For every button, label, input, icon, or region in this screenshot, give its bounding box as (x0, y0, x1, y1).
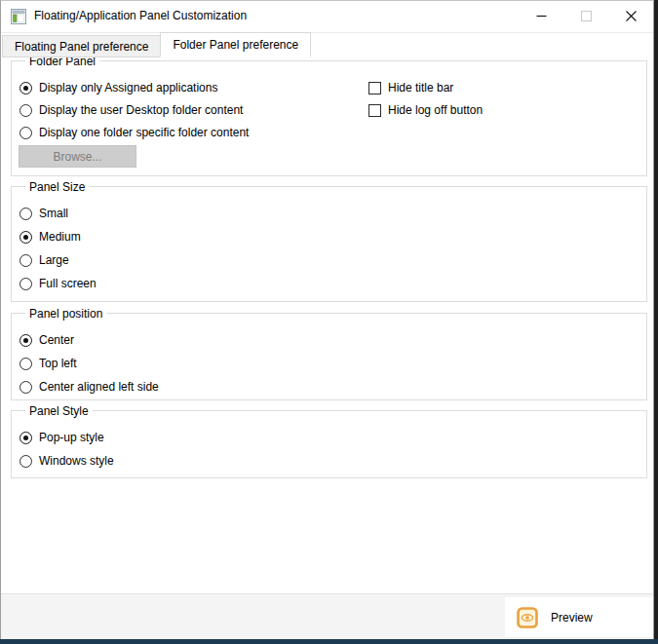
radio-position-top-left[interactable]: Top left (19, 356, 77, 371)
group-panel-style: Panel Style Pop-up style Windows style (11, 410, 647, 478)
radio-label: Small (39, 207, 68, 220)
radio-style-windows[interactable]: Windows style (19, 453, 114, 469)
radio-size-full-screen[interactable]: Full screen (19, 276, 97, 291)
radio-label: Large (39, 253, 69, 267)
radio-position-center[interactable]: Center (19, 332, 74, 348)
desktop-backdrop-right (654, 0, 658, 639)
preview-label: Preview (551, 611, 593, 625)
radio-style-popup[interactable]: Pop-up style (19, 430, 104, 445)
radio-label: Full screen (39, 277, 97, 290)
radio-icon[interactable] (19, 381, 32, 394)
radio-position-center-left[interactable]: Center aligned left side (19, 379, 159, 395)
radio-icon[interactable] (19, 82, 32, 95)
radio-size-large[interactable]: Large (19, 252, 69, 268)
checkbox-hide-log-off-button[interactable]: Hide log off button (368, 102, 483, 118)
radio-label: Center (39, 333, 74, 347)
checkbox-label: Hide log off button (388, 103, 483, 117)
group-legend: Panel Style (25, 403, 93, 419)
radio-label: Top left (39, 357, 77, 370)
tab-label: Folder Panel preference (173, 38, 298, 52)
checkbox-label: Hide title bar (388, 81, 453, 95)
group-legend: Panel position (25, 306, 106, 322)
radio-display-specific-folder[interactable]: Display one folder specific folder conte… (19, 125, 249, 140)
group-legend: Panel Size (25, 179, 89, 195)
radio-icon[interactable] (19, 127, 32, 139)
radio-icon[interactable] (19, 432, 32, 444)
app-window-icon (11, 9, 26, 24)
radio-label: Medium (39, 230, 81, 244)
browse-button[interactable]: Browse... (19, 145, 136, 168)
desktop-backdrop-bottom (0, 639, 658, 644)
radio-label: Display only Assigned applications (39, 81, 217, 95)
radio-icon[interactable] (19, 455, 32, 468)
group-panel-position: Panel position Center Top left Center al… (11, 313, 647, 400)
maximize-button[interactable] (563, 1, 608, 31)
close-icon (626, 8, 637, 25)
radio-display-only-assigned[interactable]: Display only Assigned applications (19, 80, 217, 95)
close-button[interactable] (608, 1, 653, 31)
radio-label: Center aligned left side (39, 380, 159, 394)
group-panel-size: Panel Size Small Medium Large Full scree… (11, 186, 647, 302)
radio-icon[interactable] (19, 358, 32, 370)
radio-icon[interactable] (19, 104, 32, 117)
dialog-window: Floating/Application Panel Customization… (0, 0, 654, 639)
radio-label: Windows style (39, 454, 114, 468)
radio-label: Display the user Desktop folder content (39, 103, 243, 117)
title-bar: Floating/Application Panel Customization (1, 1, 653, 33)
window-title: Floating/Application Panel Customization (34, 1, 247, 31)
tab-label: Floating Panel preference (15, 40, 148, 54)
checkbox-icon[interactable] (368, 82, 381, 95)
radio-icon[interactable] (19, 334, 32, 347)
radio-icon[interactable] (19, 208, 32, 220)
radio-display-desktop-folder[interactable]: Display the user Desktop folder content (19, 102, 243, 118)
minimize-button[interactable] (519, 1, 563, 31)
tab-floating-panel-preference[interactable]: Floating Panel preference (2, 35, 161, 57)
checkbox-icon[interactable] (368, 104, 381, 117)
radio-label: Pop-up style (39, 431, 104, 444)
maximize-icon (581, 8, 592, 25)
preview-button[interactable]: Preview (505, 597, 653, 637)
radio-icon[interactable] (19, 254, 32, 267)
eye-icon (517, 607, 538, 628)
tab-folder-panel-preference[interactable]: Folder Panel preference (160, 32, 311, 57)
minimize-icon (536, 8, 547, 25)
radio-icon[interactable] (19, 231, 32, 244)
radio-size-medium[interactable]: Medium (19, 229, 81, 245)
radio-icon[interactable] (19, 278, 32, 290)
radio-label: Display one folder specific folder conte… (39, 126, 249, 139)
footer-bar: Preview (1, 593, 653, 640)
checkbox-hide-title-bar[interactable]: Hide title bar (368, 80, 453, 95)
radio-size-small[interactable]: Small (19, 206, 68, 221)
tab-strip: Floating Panel preference Folder Panel p… (2, 32, 311, 57)
group-folder-panel: Folder Panel Display only Assigned appli… (11, 60, 647, 176)
